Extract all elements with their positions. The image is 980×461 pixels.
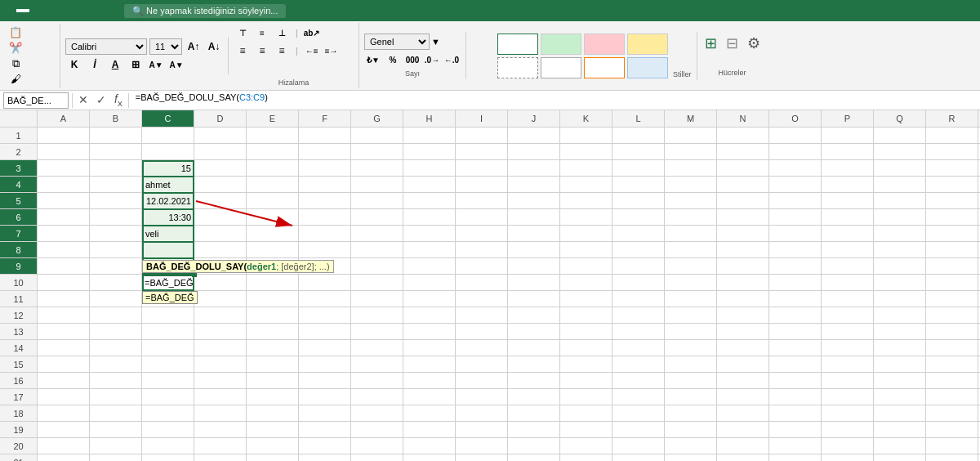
cell-P5[interactable] — [822, 193, 874, 209]
cell-B21[interactable] — [90, 454, 142, 461]
cell-Q15[interactable] — [874, 356, 926, 373]
cell-L4[interactable] — [612, 177, 665, 193]
cell-O13[interactable] — [769, 324, 822, 340]
cell-M20[interactable] — [665, 438, 717, 454]
cell-M15[interactable] — [665, 356, 717, 373]
cell-B8[interactable] — [90, 242, 142, 258]
cell-P15[interactable] — [822, 356, 874, 373]
cell-I15[interactable] — [456, 356, 508, 373]
number-format-select[interactable]: Genel — [364, 34, 430, 50]
cell-J5[interactable] — [508, 193, 560, 209]
cell-B13[interactable] — [90, 324, 142, 340]
cell-A19[interactable] — [38, 422, 90, 438]
cell-K8[interactable] — [560, 242, 612, 258]
cell-P13[interactable] — [822, 324, 874, 340]
decrease-indent-button[interactable]: ←≡ — [303, 43, 321, 59]
italic-button[interactable]: İ — [86, 56, 104, 73]
cell-H17[interactable] — [403, 389, 456, 405]
cell-P16[interactable] — [822, 373, 874, 389]
cell-G18[interactable] — [351, 405, 403, 422]
cell-R8[interactable] — [926, 242, 978, 258]
cell-C5[interactable]: 12.02.2021 — [142, 193, 194, 209]
cell-I20[interactable] — [456, 438, 508, 454]
cell-D8[interactable] — [194, 242, 247, 258]
search-box[interactable]: 🔍 Ne yapmak istediğinizi söyleyin... — [124, 4, 286, 18]
cell-B17[interactable] — [90, 389, 142, 405]
cell-H11[interactable] — [403, 291, 456, 307]
cell-F5[interactable] — [299, 193, 351, 209]
cell-E8[interactable] — [247, 242, 299, 258]
cell-L7[interactable] — [612, 226, 665, 242]
cell-A14[interactable] — [38, 340, 90, 356]
cell-O7[interactable] — [769, 226, 822, 242]
cell-H21[interactable] — [403, 454, 456, 461]
cell-C4[interactable]: ahmet — [142, 177, 194, 193]
col-header-I[interactable]: I — [456, 110, 508, 127]
underline-button[interactable]: A — [106, 56, 124, 73]
cell-B7[interactable] — [90, 226, 142, 242]
cell-F15[interactable] — [299, 356, 351, 373]
cell-M17[interactable] — [665, 389, 717, 405]
merge-center-button[interactable] — [234, 62, 252, 78]
cell-C17[interactable] — [142, 389, 194, 405]
cell-E17[interactable] — [247, 389, 299, 405]
cell-H6[interactable] — [403, 209, 456, 226]
cell-Q11[interactable] — [874, 291, 926, 307]
cell-R15[interactable] — [926, 356, 978, 373]
cell-J11[interactable] — [508, 291, 560, 307]
cell-H18[interactable] — [403, 405, 456, 422]
insert-function-icon[interactable]: fx — [112, 92, 125, 109]
cell-O2[interactable] — [769, 144, 822, 160]
cell-I13[interactable] — [456, 324, 508, 340]
cell-B18[interactable] — [90, 405, 142, 422]
cell-A13[interactable] — [38, 324, 90, 340]
menu-gozden-gecir[interactable] — [82, 9, 95, 12]
cell-M2[interactable] — [665, 144, 717, 160]
cell-D20[interactable] — [194, 438, 247, 454]
menu-veri[interactable] — [69, 9, 82, 12]
cell-O14[interactable] — [769, 340, 822, 356]
cell-G10[interactable] — [351, 275, 403, 291]
cell-E1[interactable] — [247, 128, 299, 144]
cell-C20[interactable] — [142, 438, 194, 454]
cell-E2[interactable] — [247, 144, 299, 160]
col-header-L[interactable]: L — [612, 110, 665, 127]
cell-L20[interactable] — [612, 438, 665, 454]
cell-D1[interactable] — [194, 128, 247, 144]
cell-M4[interactable] — [665, 177, 717, 193]
cell-P11[interactable] — [822, 291, 874, 307]
cell-G17[interactable] — [351, 389, 403, 405]
cancel-formula-icon[interactable]: ✕ — [76, 92, 91, 107]
cell-B20[interactable] — [90, 438, 142, 454]
cell-I4[interactable] — [456, 177, 508, 193]
cell-B16[interactable] — [90, 373, 142, 389]
cell-J6[interactable] — [508, 209, 560, 226]
cell-F4[interactable] — [299, 177, 351, 193]
cell-K1[interactable] — [560, 128, 612, 144]
increase-indent-button[interactable]: ≡→ — [323, 43, 341, 59]
cell-Q16[interactable] — [874, 373, 926, 389]
cell-I7[interactable] — [456, 226, 508, 242]
cell-M21[interactable] — [665, 454, 717, 461]
cell-F7[interactable] — [299, 226, 351, 242]
cell-D12[interactable] — [194, 307, 247, 324]
cell-H1[interactable] — [403, 128, 456, 144]
cell-G4[interactable] — [351, 177, 403, 193]
cell-B6[interactable] — [90, 209, 142, 226]
cell-R18[interactable] — [926, 405, 978, 422]
cell-L17[interactable] — [612, 389, 665, 405]
cell-G5[interactable] — [351, 193, 403, 209]
percent-button[interactable]: % — [384, 51, 402, 68]
cell-P17[interactable] — [822, 389, 874, 405]
cell-A3[interactable] — [38, 160, 90, 177]
cell-I17[interactable] — [456, 389, 508, 405]
cell-D17[interactable] — [194, 389, 247, 405]
cell-H4[interactable] — [403, 177, 456, 193]
cell-P12[interactable] — [822, 307, 874, 324]
cell-B15[interactable] — [90, 356, 142, 373]
menu-gorunum[interactable] — [95, 9, 108, 12]
cell-E21[interactable] — [247, 454, 299, 461]
cell-C13[interactable] — [142, 324, 194, 340]
cell-K12[interactable] — [560, 307, 612, 324]
cell-R4[interactable] — [926, 177, 978, 193]
